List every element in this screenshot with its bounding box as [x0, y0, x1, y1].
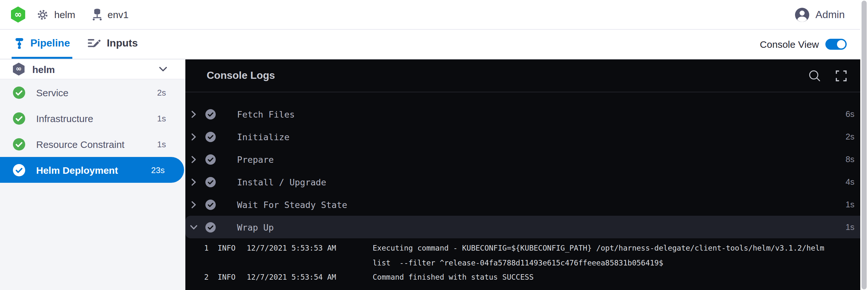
stage-label: Service [36, 87, 68, 98]
step-label: Prepare [237, 154, 274, 164]
sidebar-item-resource-constraint[interactable]: Resource Constraint 1s [0, 131, 185, 157]
step-duration: 1s [846, 200, 855, 209]
settings-gear-icon[interactable] [36, 8, 49, 21]
console-view-toggle[interactable] [826, 39, 847, 50]
project-name[interactable]: helm [54, 9, 75, 20]
step-label: Wrap Up [237, 222, 274, 232]
step-duration: 4s [846, 177, 855, 187]
pipeline-group-header[interactable]: ∞ helm [0, 59, 185, 79]
chevron-down-icon[interactable] [190, 224, 197, 230]
search-icon[interactable] [809, 69, 821, 82]
pipeline-hexagon-icon: ∞ [13, 63, 25, 75]
harness-logo-icon[interactable]: ∞ [11, 6, 25, 23]
success-check-icon [13, 86, 25, 98]
step-row-prepare[interactable]: Prepare 8s [185, 148, 868, 170]
pipeline-icon [14, 37, 25, 49]
breadcrumb: ∞ helm env1 [11, 6, 128, 23]
success-check-icon [13, 138, 25, 150]
chevron-down-icon[interactable] [159, 67, 167, 72]
pipeline-group-name: helm [32, 64, 55, 74]
tab-pipeline-label: Pipeline [30, 37, 70, 49]
app-window: ∞ helm env1 [0, 0, 868, 290]
chevron-right-icon[interactable] [190, 200, 197, 208]
user-name: Admin [815, 9, 845, 20]
log-timestamp: 12/7/2021 5:53:53 AM [236, 241, 349, 270]
log-message: Command finished with status SUCCESS [349, 270, 842, 285]
step-success-icon [206, 131, 216, 142]
stage-label: Resource Constraint [36, 138, 124, 150]
log-level: INFO [209, 241, 236, 270]
log-timestamp: 12/7/2021 5:53:54 AM [236, 270, 349, 285]
console-title: Console Logs [207, 70, 275, 82]
toggle-knob [837, 40, 845, 49]
chevron-right-icon[interactable] [190, 178, 197, 186]
stage-label: Infrastructure [36, 113, 93, 124]
console-header: Console Logs [185, 59, 868, 92]
step-duration: 1s [846, 222, 855, 232]
tab-pipeline[interactable]: Pipeline [11, 30, 73, 59]
environment-icon[interactable] [91, 8, 102, 21]
success-check-icon [13, 112, 25, 124]
step-label: Wait For Steady State [237, 199, 347, 210]
stage-label: Helm Deployment [36, 164, 118, 175]
chevron-right-icon[interactable] [190, 155, 197, 163]
log-line: 1 INFO 12/7/2021 5:53:53 AM Executing co… [185, 241, 868, 270]
log-level: INFO [209, 270, 236, 285]
log-line: 2 INFO 12/7/2021 5:53:54 AM Command fini… [185, 270, 868, 285]
step-success-icon [206, 176, 216, 187]
stage-duration: 1s [157, 114, 166, 123]
step-label: Install / Upgrade [237, 176, 326, 187]
console-view-label: Console View [760, 39, 819, 50]
scrollbar-thumb[interactable] [862, 1, 867, 289]
step-row-install-upgrade[interactable]: Install / Upgrade 4s [185, 170, 868, 193]
step-row-wrap-up[interactable]: Wrap Up 1s [185, 216, 868, 238]
console-panel: Console Logs Fetch Files 6s [185, 59, 868, 290]
log-line-number: 2 [202, 270, 209, 285]
success-check-icon [13, 164, 25, 176]
step-label: Fetch Files [237, 109, 295, 119]
top-bar: ∞ helm env1 [0, 0, 868, 30]
step-success-icon [206, 109, 216, 119]
step-success-icon [206, 222, 216, 232]
user-avatar-icon[interactable] [794, 7, 810, 22]
step-duration: 2s [846, 132, 855, 141]
step-duration: 8s [846, 154, 855, 164]
tab-inputs[interactable]: Inputs [86, 30, 141, 59]
fullscreen-icon[interactable] [836, 70, 847, 81]
environment-name[interactable]: env1 [107, 9, 128, 20]
step-row-fetch-files[interactable]: Fetch Files 6s [185, 103, 868, 125]
stage-duration: 1s [157, 139, 166, 149]
chevron-right-icon[interactable] [190, 110, 197, 118]
inputs-edit-icon [88, 38, 101, 49]
content-area: ∞ helm Service 2s Infrastructure 1s [0, 59, 868, 290]
user-menu[interactable]: Admin [794, 7, 845, 22]
log-line-number: 1 [202, 241, 209, 270]
step-list: Fetch Files 6s Initialize 2s Prepare 8s [185, 92, 868, 285]
step-row-initialize[interactable]: Initialize 2s [185, 125, 868, 148]
sidebar-item-helm-deployment[interactable]: Helm Deployment 23s [0, 157, 184, 183]
step-label: Initialize [237, 131, 290, 142]
tab-inputs-label: Inputs [107, 37, 138, 49]
step-row-wait-for-steady-state[interactable]: Wait For Steady State 1s [185, 193, 868, 216]
step-success-icon [206, 154, 216, 164]
sidebar-item-service[interactable]: Service 2s [0, 79, 185, 105]
step-success-icon [206, 199, 216, 210]
step-duration: 6s [846, 109, 855, 119]
stage-duration: 23s [151, 165, 165, 175]
window-scrollbar[interactable] [860, 0, 868, 290]
sidebar-item-infrastructure[interactable]: Infrastructure 1s [0, 105, 185, 131]
stage-duration: 2s [157, 88, 166, 97]
stages-sidebar: ∞ helm Service 2s Infrastructure 1s [0, 59, 185, 290]
tab-bar: Pipeline Inputs Console View [0, 30, 868, 59]
log-message: Executing command - KUBECONFIG=${KUBECON… [349, 241, 842, 270]
log-output: 1 INFO 12/7/2021 5:53:53 AM Executing co… [185, 241, 868, 285]
chevron-right-icon[interactable] [190, 133, 197, 140]
